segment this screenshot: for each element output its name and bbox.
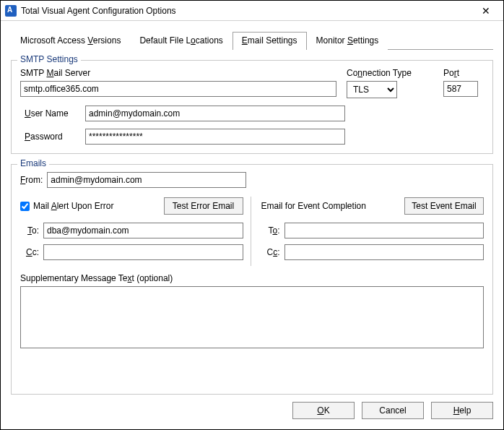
event-to-label: To: bbox=[261, 225, 280, 236]
cancel-button[interactable]: Cancel bbox=[362, 402, 424, 419]
help-button[interactable]: Help bbox=[431, 402, 493, 419]
error-email-col: Mail Alert Upon Error Test Error Email T… bbox=[20, 197, 251, 266]
smtp-port-input[interactable] bbox=[443, 81, 478, 97]
smtp-mail-label: SMTP Mail Server bbox=[20, 68, 336, 78]
event-cc-input[interactable] bbox=[284, 244, 485, 260]
mail-alert-checkbox[interactable] bbox=[20, 202, 30, 211]
test-event-email-button[interactable]: Test Event Email bbox=[404, 197, 484, 215]
smtp-user-input[interactable] bbox=[85, 106, 345, 121]
error-to-label: To: bbox=[20, 225, 39, 236]
smtp-pass-label: Password bbox=[20, 132, 85, 142]
content: Microsoft Access Versions Default File L… bbox=[1, 21, 503, 395]
event-cc-label: Cc: bbox=[261, 247, 280, 257]
tab-file-locations[interactable]: Default File Locations bbox=[130, 32, 232, 50]
error-cc-label: Cc: bbox=[20, 247, 39, 257]
config-dialog: Total Visual Agent Configuration Options… bbox=[0, 0, 504, 430]
smtp-conn-label: Connection Type bbox=[347, 68, 433, 78]
smtp-settings-group: SMTP Settings SMTP Mail Server Connectio… bbox=[11, 60, 493, 154]
tab-access-versions[interactable]: Microsoft Access Versions bbox=[11, 32, 130, 50]
mail-alert-label[interactable]: Mail Alert Upon Error bbox=[20, 201, 113, 211]
smtp-mail-input[interactable] bbox=[20, 81, 336, 97]
event-email-label: Email for Event Completion bbox=[261, 201, 366, 211]
event-email-col: Email for Event Completion Test Event Em… bbox=[251, 197, 485, 266]
smtp-pass-input[interactable] bbox=[85, 129, 345, 145]
from-label: From: bbox=[20, 175, 43, 185]
window-title: Total Visual Agent Configuration Options bbox=[21, 6, 472, 16]
tab-bar: Microsoft Access Versions Default File L… bbox=[11, 31, 493, 50]
smtp-legend: SMTP Settings bbox=[17, 54, 81, 64]
titlebar: Total Visual Agent Configuration Options… bbox=[1, 1, 503, 21]
app-icon bbox=[5, 5, 17, 17]
button-bar: OK Cancel Help bbox=[1, 395, 503, 429]
smtp-conn-select[interactable]: TLS bbox=[347, 81, 397, 98]
supp-textarea[interactable] bbox=[20, 286, 484, 348]
event-to-input[interactable] bbox=[284, 223, 485, 238]
error-to-input[interactable] bbox=[43, 223, 243, 238]
tab-email-settings[interactable]: Email Settings bbox=[233, 32, 307, 50]
emails-legend: Emails bbox=[17, 158, 49, 168]
emails-group: Emails From: Mail Alert Upon Error bbox=[11, 164, 493, 395]
smtp-user-label: User Name bbox=[20, 108, 85, 119]
tab-monitor-settings[interactable]: Monitor Settings bbox=[307, 32, 388, 50]
close-icon[interactable]: ✕ bbox=[472, 5, 500, 17]
from-input[interactable] bbox=[47, 172, 246, 188]
smtp-port-label: Port bbox=[443, 68, 484, 78]
error-cc-input[interactable] bbox=[43, 244, 243, 260]
supp-label: Supplementary Message Text (optional) bbox=[20, 273, 484, 283]
ok-button[interactable]: OK bbox=[292, 402, 355, 419]
test-error-email-button[interactable]: Test Error Email bbox=[164, 197, 243, 215]
